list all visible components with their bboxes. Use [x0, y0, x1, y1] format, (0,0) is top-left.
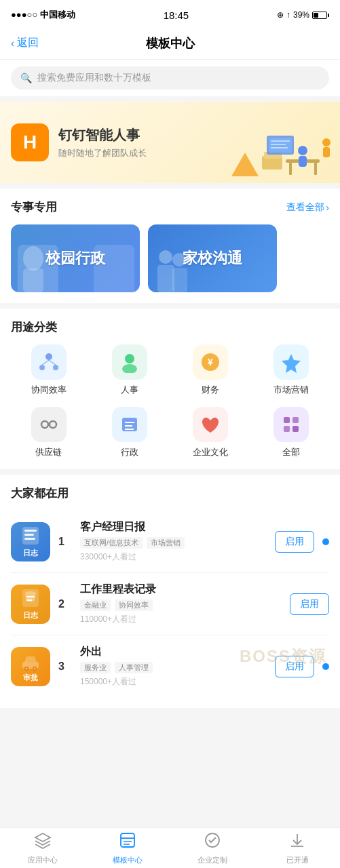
tab-label-3: 已开通	[286, 855, 309, 865]
tab-label-0: 应用中心	[28, 855, 58, 865]
category-name-5: 行政	[121, 446, 138, 458]
tab-bar: 应用中心 模板中心 企业定制 已开	[0, 827, 340, 868]
category-item-3[interactable]: 市场营销	[254, 344, 329, 396]
category-item-5[interactable]: 行政	[92, 407, 167, 458]
svg-marker-0	[231, 153, 259, 176]
banner-text: 钉钉智能人事 随时随地了解团队成长	[58, 126, 147, 159]
tab-activated[interactable]: 已开通	[255, 828, 340, 868]
special-card-1[interactable]: 家校沟通	[148, 224, 277, 292]
check-circle-icon	[204, 831, 221, 853]
category-item-7[interactable]: 全部	[254, 407, 329, 458]
special-card-0[interactable]: 校园行政	[11, 224, 140, 292]
template-svg	[119, 831, 136, 849]
app-icon-label-2: 审批	[23, 673, 38, 683]
svg-rect-16	[23, 269, 43, 292]
item-tags-1: 金融业 协同效率	[80, 599, 282, 611]
item-views-2: 150000+人看过	[80, 676, 267, 688]
category-item-1[interactable]: 人事	[92, 344, 167, 396]
svg-point-17	[159, 250, 172, 264]
enable-button-0[interactable]: 启用	[275, 531, 314, 553]
supply-icon	[38, 414, 60, 435]
tab-app-center[interactable]: 应用中心	[0, 828, 85, 868]
item-info-0: 客户经理日报 互联网/信息技术 市场营销 330000+人看过	[80, 520, 267, 563]
app-icon-svg-1	[20, 587, 41, 609]
banner-title: 钉钉智能人事	[58, 126, 147, 144]
special-title: 专事专用	[11, 199, 57, 215]
layers-svg	[34, 831, 52, 849]
back-button[interactable]: ‹ 返回	[11, 36, 39, 50]
popular-title: 大家都在用	[11, 486, 69, 501]
category-icon-7	[273, 407, 309, 442]
item-rank-0: 1	[58, 536, 72, 548]
svg-rect-7	[299, 156, 307, 167]
blue-dot-0	[322, 538, 329, 545]
banner-logo: H	[11, 123, 49, 161]
tab-label-2: 企业定制	[197, 855, 227, 865]
usage-title: 用途分类	[11, 319, 57, 335]
app-icon-1: 日志	[11, 585, 50, 624]
banner-svg	[225, 122, 333, 183]
svg-point-23	[53, 365, 58, 370]
template-icon	[119, 831, 136, 853]
layers-icon	[34, 831, 52, 853]
svg-rect-40	[284, 426, 290, 432]
svg-point-53	[34, 668, 36, 670]
svg-rect-44	[24, 534, 34, 536]
search-icon: 🔍	[20, 73, 32, 83]
battery-icon	[312, 12, 329, 19]
svg-point-15	[23, 246, 43, 271]
back-label: 返回	[17, 36, 39, 50]
popular-section: 大家都在用 日志 1 客户经理日报 互联网/信	[0, 475, 340, 708]
category-icon-5	[112, 407, 147, 442]
finance-icon: ¥	[200, 351, 221, 373]
item-tag-2-1: 人事管理	[115, 662, 153, 673]
category-icon-1	[112, 344, 147, 380]
tab-template-center[interactable]: 模板中心	[85, 828, 170, 868]
svg-point-27	[122, 364, 137, 373]
page-title: 模板中心	[146, 35, 195, 52]
svg-rect-18	[157, 265, 174, 292]
carrier-signal: ●●●○○ 中国移动	[11, 9, 75, 21]
culture-icon	[200, 414, 221, 435]
banner-logo-text: H	[23, 132, 37, 153]
svg-rect-55	[121, 833, 134, 847]
svg-point-6	[298, 146, 307, 155]
svg-rect-39	[292, 417, 299, 423]
app-icon-label-0: 日志	[23, 548, 38, 558]
svg-rect-45	[24, 538, 35, 540]
search-input-container[interactable]: 🔍 搜索免费应用和数十万模板	[11, 66, 329, 90]
tab-enterprise-custom[interactable]: 企业定制	[170, 828, 255, 868]
popular-header: 大家都在用	[11, 486, 329, 501]
svg-rect-11	[269, 138, 292, 153]
nav-bar: ‹ 返回 模板中心	[0, 27, 340, 60]
app-icon-svg-2	[20, 650, 41, 671]
enable-button-1[interactable]: 启用	[290, 593, 329, 615]
download-icon	[288, 831, 306, 853]
category-item-4[interactable]: 供应链	[11, 407, 86, 458]
item-tags-0: 互联网/信息技术 市场营销	[80, 537, 267, 549]
special-card-label-1: 家校沟通	[183, 248, 242, 269]
search-bar: 🔍 搜索免费应用和数十万模板	[0, 60, 340, 96]
category-item-0[interactable]: 协同效率	[11, 344, 86, 396]
download-svg	[288, 831, 306, 849]
svg-rect-41	[292, 426, 299, 432]
category-name-6: 企业文化	[193, 446, 228, 458]
item-title-2: 外出	[80, 645, 267, 659]
svg-marker-54	[35, 833, 50, 842]
time: 18:45	[164, 9, 189, 21]
category-name-0: 协同效率	[31, 384, 67, 396]
category-icon-2: ¥	[193, 344, 228, 380]
category-item-6[interactable]: 企业文化	[173, 407, 248, 458]
category-icon-0	[31, 344, 67, 380]
banner[interactable]: H 钉钉智能人事 随时随地了解团队成长	[0, 102, 340, 183]
svg-point-22	[39, 365, 45, 370]
category-name-3: 市场营销	[273, 384, 309, 396]
banner-illustration	[225, 122, 333, 183]
hr-icon	[119, 351, 140, 373]
special-section: 专事专用 查看全部 › 校园行政	[0, 189, 340, 303]
svg-rect-9	[323, 147, 330, 157]
special-more-button[interactable]: 查看全部 ›	[286, 201, 329, 214]
svg-line-25	[49, 360, 56, 365]
category-item-2[interactable]: ¥ 财务	[173, 344, 248, 396]
item-title-0: 客户经理日报	[80, 520, 267, 534]
